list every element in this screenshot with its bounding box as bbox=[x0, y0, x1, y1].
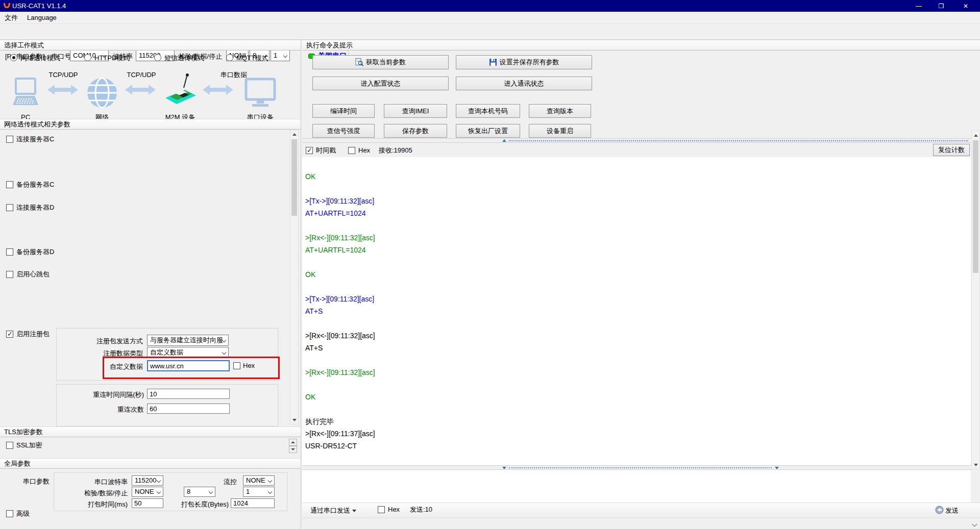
sent-counter: 发送:10 bbox=[410, 506, 432, 514]
factory-reset-button[interactable]: 恢复出厂设置 bbox=[456, 124, 520, 138]
log-scrollbar[interactable] bbox=[971, 131, 980, 469]
send-hex-checkbox[interactable] bbox=[378, 506, 385, 513]
connect-serverD-checkbox[interactable] bbox=[6, 204, 13, 211]
enter-config-button[interactable]: 进入配置状态 bbox=[312, 77, 449, 90]
log-line: USR-DR512-CT bbox=[305, 440, 971, 452]
chevron-down-icon bbox=[268, 478, 272, 483]
g-packlen-input[interactable] bbox=[231, 498, 275, 508]
scrollbar-thumb[interactable] bbox=[291, 139, 297, 216]
minimize-icon[interactable]: — bbox=[908, 0, 930, 12]
reg-send-mode-select[interactable]: 与服务器建立连接时向服 bbox=[147, 335, 229, 346]
heartbeat-label: 启用心跳包 bbox=[16, 270, 50, 279]
send-bar bbox=[302, 502, 980, 518]
arrow-icon bbox=[125, 83, 156, 96]
compile-time-button[interactable]: 编译时间 bbox=[312, 104, 375, 118]
chevron-down-icon bbox=[268, 490, 272, 494]
maximize-icon[interactable]: ❐ bbox=[930, 0, 952, 12]
network-globe-icon bbox=[86, 77, 118, 109]
g-line-label: 检验/数据/停止 bbox=[66, 489, 128, 497]
radio-httpd[interactable] bbox=[84, 54, 91, 61]
log-line bbox=[305, 403, 971, 415]
query-number-button[interactable]: 查询本机号码 bbox=[456, 104, 520, 118]
spin-down-icon[interactable] bbox=[289, 446, 297, 453]
enter-comm-button[interactable]: 进入通讯状态 bbox=[456, 77, 592, 90]
connect-serverD-label: 连接服务器D bbox=[16, 204, 54, 212]
radio-sms[interactable] bbox=[154, 54, 161, 61]
chevron-down-icon bbox=[209, 490, 213, 494]
log-top-splitter[interactable] bbox=[302, 138, 972, 143]
serial-device-monitor-icon bbox=[244, 78, 277, 108]
link-label-1: TCP/UDP bbox=[48, 71, 79, 79]
spin-up-icon[interactable] bbox=[289, 439, 297, 446]
ssl-label: SSL加密 bbox=[16, 441, 42, 449]
log-hex-label: Hex bbox=[358, 146, 370, 155]
chevron-down-icon bbox=[283, 54, 287, 58]
g-parity-select[interactable]: NONE bbox=[132, 487, 163, 497]
g-flow-select[interactable]: NONE bbox=[243, 475, 275, 486]
send-input-area[interactable] bbox=[302, 470, 971, 502]
send-hex-label: Hex bbox=[388, 506, 400, 514]
radio-httpd-label[interactable]: HTTPD模式 bbox=[94, 54, 130, 62]
g-packtime-input[interactable] bbox=[132, 498, 163, 508]
log-hex-checkbox[interactable] bbox=[348, 147, 355, 154]
log-lines: OK >[Tx->][09:11:32][asc]AT+UARTFL=1024 … bbox=[305, 170, 971, 452]
radio-net-transparent-label[interactable]: 网络透传模式 bbox=[20, 54, 60, 62]
left-panel-scrollbar[interactable] bbox=[290, 130, 299, 424]
command-panel-header: 执行命令及提示 bbox=[302, 40, 980, 51]
search-doc-icon bbox=[355, 58, 363, 66]
radio-net-transparent[interactable] bbox=[10, 54, 17, 61]
radio-mqtt-label[interactable]: MQTT模式 bbox=[236, 54, 268, 62]
heartbeat-checkbox[interactable] bbox=[6, 271, 13, 278]
chevron-down-icon bbox=[157, 478, 161, 483]
log-line bbox=[305, 219, 971, 232]
log-line: AT+UARTFL=1024 bbox=[305, 207, 971, 219]
device-restart-button[interactable]: 设备重启 bbox=[529, 124, 591, 138]
backup-serverD-label: 备份服务器D bbox=[16, 248, 54, 256]
g-packtime-label: 打包时间(ms) bbox=[66, 500, 128, 509]
log-bottom-splitter[interactable] bbox=[302, 465, 972, 470]
reset-counter-button[interactable]: 复位计数 bbox=[933, 144, 970, 156]
g-stopbits-select[interactable]: 1 bbox=[243, 487, 275, 497]
log-line bbox=[305, 183, 971, 195]
menu-language[interactable]: Language bbox=[22, 12, 61, 24]
log-area[interactable]: OK >[Tx->][09:11:32][asc]AT+UARTFL=1024 … bbox=[302, 157, 971, 465]
reconnect-interval-input[interactable] bbox=[147, 389, 230, 399]
close-icon[interactable]: ✕ bbox=[954, 0, 977, 12]
query-imei-button[interactable]: 查询IMEI bbox=[384, 104, 447, 118]
panel-divider[interactable] bbox=[301, 40, 301, 529]
send-icon[interactable] bbox=[935, 506, 944, 514]
bottom-strip bbox=[302, 518, 980, 529]
menu-file[interactable]: 文件 bbox=[0, 12, 22, 24]
backup-serverC-checkbox[interactable] bbox=[6, 181, 13, 188]
g-flow-label: 流控 bbox=[204, 478, 237, 486]
get-params-button[interactable]: 获取当前参数 bbox=[312, 55, 449, 69]
backup-serverD-checkbox[interactable] bbox=[6, 248, 13, 256]
send-button[interactable]: 发送 bbox=[945, 507, 959, 515]
net-params-header: 网络透传模式相关参数 bbox=[0, 119, 301, 130]
ssl-checkbox[interactable] bbox=[6, 442, 13, 449]
app-logo-icon bbox=[3, 3, 11, 9]
save-params-button[interactable]: 保存参数 bbox=[384, 124, 447, 138]
radio-mqtt[interactable] bbox=[226, 54, 233, 61]
log-line: >[Tx->][09:11:32][asc] bbox=[305, 293, 971, 305]
timestamp-checkbox[interactable] bbox=[306, 147, 313, 154]
query-version-button[interactable]: 查询版本 bbox=[529, 104, 591, 118]
set-save-params-button[interactable]: 设置并保存所有参数 bbox=[456, 55, 592, 69]
advanced-checkbox[interactable] bbox=[6, 510, 13, 517]
send-mode-chevron-icon[interactable] bbox=[352, 510, 356, 512]
send-mode-button[interactable]: 通过串口发送 bbox=[310, 507, 350, 515]
query-signal-button[interactable]: 查信号强度 bbox=[312, 124, 375, 138]
g-packlen-label: 打包长度(Bytes) bbox=[176, 500, 229, 509]
g-baud-select[interactable]: 115200 bbox=[132, 475, 163, 486]
radio-sms-label[interactable]: 短信透传模式 bbox=[164, 54, 204, 62]
menu-bar: 文件 Language bbox=[0, 12, 980, 24]
connect-serverC-checkbox[interactable] bbox=[6, 136, 13, 143]
register-packet-checkbox[interactable] bbox=[6, 331, 13, 338]
stopbits-select[interactable]: 1 bbox=[271, 50, 290, 61]
link-label-2: TCP/UDP bbox=[126, 71, 157, 79]
reconnect-count-label: 重连次数 bbox=[56, 406, 144, 414]
reconnect-count-input[interactable] bbox=[147, 404, 230, 414]
g-databits-select[interactable]: 8 bbox=[184, 487, 215, 497]
global-params-header: 全局参数 bbox=[0, 458, 301, 469]
scrollbar-thumb[interactable] bbox=[973, 140, 978, 273]
